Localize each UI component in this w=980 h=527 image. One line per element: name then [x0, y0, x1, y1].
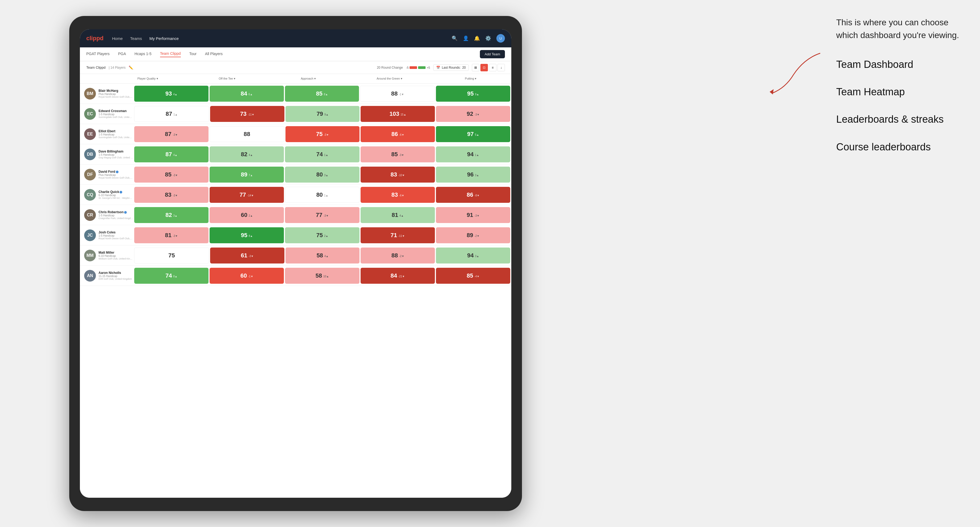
player-handicap: 1-5 Handicap	[99, 214, 133, 217]
player-row[interactable]: DB Dave Billingham 1-5 Handicap Gog Mago…	[80, 144, 511, 165]
heatmap-bar: -5 +5	[406, 66, 430, 69]
score-change: -3▼	[172, 194, 178, 197]
player-row[interactable]: DF David Ford Plus Handicap Royal North …	[80, 165, 511, 185]
score-cell-quality: 85 -3▼	[134, 167, 208, 183]
score-value: 75	[168, 252, 175, 259]
score-value: 89	[466, 232, 473, 239]
score-cell-putting: 91 -3▼	[436, 207, 510, 223]
nav-icons: 🔍 👤 🔔 ⚙️ U	[452, 34, 505, 43]
score-cell-off_tee: 95 8▲	[210, 227, 284, 243]
score-cells: 87 1▲ 73 -11▼ 79 9▲ 103 15▲ 92	[133, 106, 511, 122]
player-row[interactable]: MM Matt Miller 6-10 Handicap Woburn Golf…	[80, 245, 511, 266]
player-details: Aaron Nicholls 11-15 Handicap Drift Golf…	[99, 271, 133, 280]
score-value: 79	[317, 110, 323, 117]
verified-badge	[124, 211, 127, 214]
annotation-intro-text: This is where you can choose which dashb…	[836, 16, 964, 41]
score-value: 88	[391, 90, 398, 97]
score-cell-around_green: 103 15▲	[361, 106, 435, 122]
verified-badge	[119, 191, 122, 194]
score-cell-off_tee: 73 -11▼	[210, 106, 285, 122]
annotation-item-2: Team Heatmap	[836, 85, 964, 99]
player-details: Elliot Ebert 1-5 Handicap Sunningdale Go…	[99, 129, 133, 139]
score-cell-approach: 79 9▲	[285, 106, 360, 122]
profile-icon[interactable]: 👤	[463, 35, 469, 41]
edit-icon[interactable]: ✏️	[129, 65, 133, 70]
user-avatar[interactable]: U	[496, 34, 505, 43]
add-team-button[interactable]: Add Team	[480, 50, 505, 58]
player-name: Elliot Ebert	[99, 129, 133, 133]
score-change: 7▲	[248, 174, 253, 177]
top-nav: clippd Home Teams My Performance 🔍 👤 🔔 ⚙…	[80, 29, 511, 48]
score-value: 83	[391, 191, 398, 198]
score-value: 74	[165, 272, 172, 279]
download-button[interactable]: ↓	[498, 64, 505, 71]
nav-my-performance[interactable]: My Performance	[150, 36, 179, 41]
nav-teams[interactable]: Teams	[130, 36, 142, 41]
list-view-button[interactable]: ≡	[489, 64, 496, 71]
search-icon[interactable]: 🔍	[452, 35, 458, 41]
player-row[interactable]: CR Chris Robertson 1-5 Handicap Craigmil…	[80, 205, 511, 225]
sub-nav-pgat[interactable]: PGAT Players	[86, 52, 110, 57]
nav-items: Home Teams My Performance	[112, 36, 452, 41]
score-value: 87	[165, 131, 171, 138]
bell-icon[interactable]: 🔔	[474, 35, 480, 41]
score-cells: 87 -3▼ 88 75 -3▼ 86 -6▼ 97	[133, 126, 511, 142]
score-cell-putting: 86 -8▼	[436, 187, 510, 203]
score-value: 82	[165, 211, 172, 219]
sub-nav-pga[interactable]: PGA	[118, 52, 126, 57]
col-header-around-green[interactable]: Around the Green ▾	[349, 77, 430, 80]
score-value: 77	[239, 191, 246, 198]
player-handicap: Plus Handicap	[99, 93, 133, 95]
column-headers: Player Quality ▾ Off the Tee ▾ Approach …	[80, 74, 511, 84]
score-value: 60	[240, 272, 247, 279]
col-header-off-tee[interactable]: Off the Tee ▾	[186, 77, 268, 80]
score-cell-around_green: 81 4▲	[361, 207, 435, 223]
player-club: Craigmillar Park, United Kingdom	[99, 217, 133, 220]
score-cell-off_tee: 60 -1▼	[210, 268, 284, 284]
score-cell-approach: 80 3▲	[285, 167, 359, 183]
score-value: 89	[241, 171, 247, 178]
player-handicap: 6-10 Handicap	[99, 194, 133, 197]
score-value: 74	[317, 151, 323, 158]
col-header-putting[interactable]: Putting ▾	[430, 77, 511, 80]
last-rounds-button[interactable]: 📅 Last Rounds: 20	[433, 64, 469, 71]
score-change: 4▲	[323, 255, 328, 258]
player-row[interactable]: EE Elliot Ebert 1-5 Handicap Sunningdale…	[80, 124, 511, 144]
score-cell-off_tee: 82 4▲	[210, 146, 284, 162]
player-name: David Ford	[99, 170, 133, 173]
sub-nav-all-players[interactable]: All Players	[205, 52, 223, 57]
heatmap-view-button[interactable]: ⊡	[480, 64, 488, 71]
ipad-frame: clippd Home Teams My Performance 🔍 👤 🔔 ⚙…	[69, 16, 522, 511]
grid-view-button[interactable]: ⊞	[472, 64, 479, 71]
player-details: David Ford Plus Handicap Royal North Dev…	[99, 170, 133, 179]
player-row[interactable]: EC Edward Crossman 1-5 Handicap Sunningd…	[80, 104, 511, 124]
score-change: -1▼	[398, 93, 404, 96]
col-header-approach[interactable]: Approach ▾	[268, 77, 349, 80]
score-change: -14▼	[247, 194, 254, 197]
settings-icon[interactable]: ⚙️	[485, 35, 491, 41]
player-row[interactable]: AN Aaron Nicholls 11-15 Handicap Drift G…	[80, 266, 511, 286]
score-value: 88	[391, 252, 398, 259]
sub-nav-hcaps[interactable]: Hcaps 1-5	[135, 52, 151, 57]
score-cell-quality: 83 -3▼	[134, 187, 208, 203]
score-value: 83	[165, 191, 171, 198]
col-header-player[interactable]: Player Quality ▾	[133, 77, 186, 80]
player-row[interactable]: CQ Charlie Quick 6-10 Handicap St. Georg…	[80, 185, 511, 205]
player-row[interactable]: BM Blair McHarg Plus Handicap Royal Nort…	[80, 84, 511, 104]
sub-nav-tour[interactable]: Tour	[189, 52, 197, 57]
last-rounds-label: Last Rounds:	[442, 66, 461, 70]
player-row[interactable]: JC Josh Coles 1-5 Handicap Royal North D…	[80, 225, 511, 245]
nav-home[interactable]: Home	[112, 36, 123, 41]
player-details: Charlie Quick 6-10 Handicap St. George's…	[99, 190, 133, 199]
app-logo: clippd	[86, 35, 103, 42]
bar-red	[410, 66, 417, 69]
annotation-item-4: Course leaderboards	[836, 140, 964, 154]
score-cell-putting: 95 9▲	[436, 86, 510, 102]
player-name: Chris Robertson	[99, 210, 133, 214]
score-change: 10▲	[323, 275, 329, 278]
score-change: 8▲	[173, 275, 177, 278]
score-cells: 85 -3▼ 89 7▲ 80 3▲ 83 -10▼ 96	[133, 167, 511, 183]
score-value: 86	[391, 131, 398, 138]
sub-nav-team-clippd[interactable]: Team Clippd	[160, 51, 181, 57]
score-value: 73	[240, 110, 247, 117]
